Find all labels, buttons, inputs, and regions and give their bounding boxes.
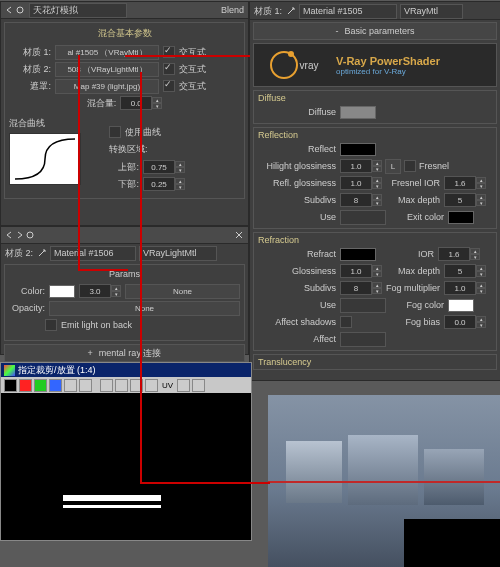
- opacity-label: Opacity:: [9, 303, 49, 313]
- refr-subdivs-input[interactable]: 8: [340, 281, 372, 295]
- opacity-map-button[interactable]: None: [49, 301, 240, 316]
- hgloss-label: Hilight glossiness: [258, 161, 340, 171]
- fog-mult-spinner[interactable]: ▴▾: [476, 282, 486, 294]
- nav-back-icon[interactable]: [5, 230, 15, 240]
- mask-checkbox[interactable]: [163, 80, 175, 92]
- nav-back-icon[interactable]: [5, 5, 15, 15]
- fresnel-checkbox[interactable]: [404, 160, 416, 172]
- pick-icon[interactable]: [286, 6, 296, 16]
- nav-fwd-icon[interactable]: [15, 230, 25, 240]
- rgloss-label: Refl. glossiness: [258, 178, 340, 188]
- use-curve-checkbox[interactable]: [109, 126, 121, 138]
- color-mult-spinner[interactable]: ▴▾: [111, 285, 121, 297]
- refr-subdivs-spinner[interactable]: ▴▾: [372, 282, 382, 294]
- refl-use-dropdown[interactable]: [340, 210, 386, 225]
- mat2-button[interactable]: 508 （VRayLightMtl）: [55, 62, 159, 77]
- tool-green[interactable]: [34, 379, 47, 392]
- close-icon[interactable]: [234, 230, 244, 240]
- mix-amount-spinner[interactable]: ▴▾: [152, 97, 162, 109]
- mat1-type-dropdown[interactable]: VRayMtl: [400, 4, 463, 19]
- affect-shadows-label: Affect shadows: [258, 317, 340, 327]
- tool-btn[interactable]: [100, 379, 113, 392]
- diffuse-swatch[interactable]: [340, 106, 376, 119]
- basic-params-header[interactable]: Basic parameters: [344, 26, 414, 36]
- rgloss-spinner[interactable]: ▴▾: [372, 177, 382, 189]
- tool-alpha[interactable]: [79, 379, 92, 392]
- color-map-button[interactable]: None: [125, 284, 240, 299]
- affect-shadows-checkbox[interactable]: [340, 316, 352, 328]
- ior-spinner[interactable]: ▴▾: [470, 248, 480, 260]
- refl-maxdepth-input[interactable]: 5: [444, 193, 476, 207]
- mat2-slot-label: 材质 2:: [5, 247, 37, 260]
- pick-icon[interactable]: [37, 248, 47, 258]
- fog-color-swatch[interactable]: [448, 299, 474, 312]
- mat1-button[interactable]: al #1505 （VRayMtl）: [55, 45, 159, 60]
- fresnel-ior-input[interactable]: 1.6: [444, 176, 476, 190]
- tool-btn[interactable]: [192, 379, 205, 392]
- render-titlebar: 指定裁剪/放置 (1:4): [1, 363, 251, 377]
- fog-bias-spinner[interactable]: ▴▾: [476, 316, 486, 328]
- fog-bias-input[interactable]: 0.0: [444, 315, 476, 329]
- tool-red[interactable]: [19, 379, 32, 392]
- color-mult-input[interactable]: 3.0: [79, 284, 111, 298]
- tool-black[interactable]: [4, 379, 17, 392]
- mat2-name-dropdown[interactable]: Material #1506: [50, 246, 136, 261]
- upper-input[interactable]: 0.75: [143, 160, 175, 174]
- ior-input[interactable]: 1.6: [438, 247, 470, 261]
- sphere-icon[interactable]: [25, 230, 35, 240]
- reflect-swatch[interactable]: [340, 143, 376, 156]
- color-label: Color:: [9, 286, 49, 296]
- emit-light-checkbox[interactable]: [45, 319, 57, 331]
- mental-ray-section[interactable]: mental ray 连接: [99, 347, 162, 360]
- refr-gloss-input[interactable]: 1.0: [340, 264, 372, 278]
- sphere-icon[interactable]: [15, 5, 25, 15]
- refl-subdivs-spinner[interactable]: ▴▾: [372, 194, 382, 206]
- mat2-type-dropdown[interactable]: VRayLightMtl: [139, 246, 217, 261]
- mix-amount-input[interactable]: 0.0: [120, 96, 152, 110]
- refl-maxdepth-spinner[interactable]: ▴▾: [476, 194, 486, 206]
- fog-mult-label: Fog multiplier: [382, 283, 444, 293]
- fog-color-label: Fog color: [386, 300, 448, 310]
- lower-spinner[interactable]: ▴▾: [175, 178, 185, 190]
- fresnel-ior-label: Fresnel IOR: [382, 178, 444, 188]
- tool-btn[interactable]: [177, 379, 190, 392]
- fresnel-ior-spinner[interactable]: ▴▾: [476, 177, 486, 189]
- affect-dropdown[interactable]: [340, 332, 386, 347]
- refract-swatch[interactable]: [340, 248, 376, 261]
- refr-gloss-label: Glossiness: [258, 266, 340, 276]
- material-name-dropdown[interactable]: 天花灯模拟: [29, 3, 127, 18]
- mat1-name-dropdown[interactable]: Material #1505: [299, 4, 397, 19]
- refr-gloss-spinner[interactable]: ▴▾: [372, 265, 382, 277]
- refr-use-label: Use: [258, 300, 340, 310]
- mat2-checkbox[interactable]: [163, 63, 175, 75]
- tool-gray[interactable]: [64, 379, 77, 392]
- l-button[interactable]: L: [385, 159, 401, 174]
- tool-btn[interactable]: [145, 379, 158, 392]
- hgloss-input[interactable]: 1.0: [340, 159, 372, 173]
- fog-mult-input[interactable]: 1.0: [444, 281, 476, 295]
- refr-use-dropdown[interactable]: [340, 298, 386, 313]
- tool-blue[interactable]: [49, 379, 62, 392]
- rgloss-input[interactable]: 1.0: [340, 176, 372, 190]
- mat2-label: 材质 2:: [9, 63, 55, 76]
- render-toolbar: UV: [1, 377, 251, 393]
- diffuse-title: Diffuse: [258, 93, 492, 103]
- refl-exitcolor-swatch[interactable]: [448, 211, 474, 224]
- emit-light-label: Emit light on back: [61, 320, 132, 330]
- hgloss-spinner[interactable]: ▴▾: [372, 160, 382, 172]
- lower-input[interactable]: 0.25: [143, 177, 175, 191]
- blend-params-title: 混合基本参数: [9, 27, 240, 40]
- ior-label: IOR: [376, 249, 438, 259]
- upper-spinner[interactable]: ▴▾: [175, 161, 185, 173]
- vray-banner: vray V-Ray PowerShaderoptimized for V-Ra…: [253, 43, 497, 87]
- refr-maxdepth-input[interactable]: 5: [444, 264, 476, 278]
- refr-maxdepth-spinner[interactable]: ▴▾: [476, 265, 486, 277]
- mat1-slot-label: 材质 1:: [254, 5, 286, 18]
- tool-btn[interactable]: [115, 379, 128, 392]
- mask-button[interactable]: Map #39 (light.jpg): [55, 79, 159, 94]
- mix-amount-label: 混合量:: [87, 97, 121, 110]
- refl-subdivs-input[interactable]: 8: [340, 193, 372, 207]
- render-viewport[interactable]: [1, 393, 251, 539]
- color-swatch[interactable]: [49, 285, 75, 298]
- vray-subtitle: optimized for V-Ray: [336, 67, 440, 76]
